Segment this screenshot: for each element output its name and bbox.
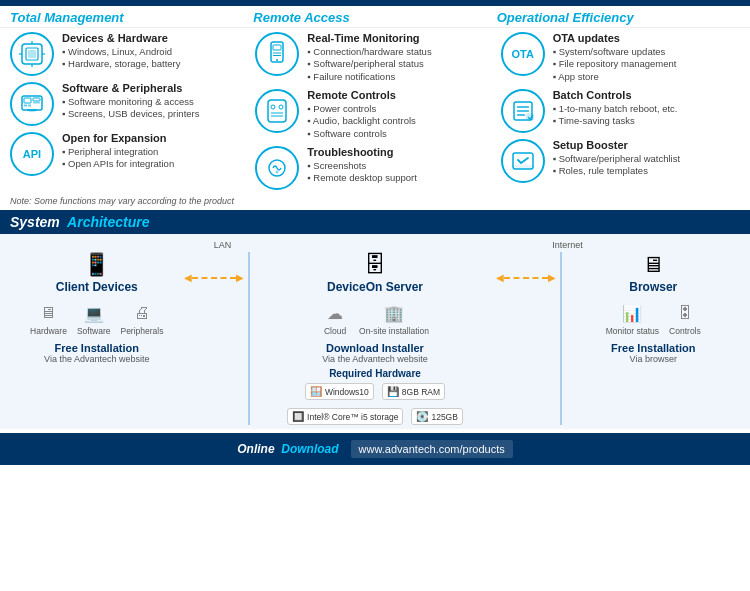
remote-controls-bullets: Power controls Audio, backlight controls… xyxy=(307,103,415,140)
feature-realtime-monitoring: Real-Time Monitoring Connection/hardware… xyxy=(255,32,494,83)
svg-rect-28 xyxy=(517,106,529,108)
download-label: Online Download xyxy=(237,442,338,456)
troubleshooting-title: Troubleshooting xyxy=(307,146,417,158)
batch-controls-text: Batch Controls 1-to-many batch reboot, e… xyxy=(553,89,678,128)
svg-point-22 xyxy=(279,105,283,109)
client-sub-icons: 🖥 Hardware 💻 Software 🖨 Peripherals xyxy=(30,302,163,336)
open-expansion-bullets: Peripheral integration Open APIs for int… xyxy=(62,146,174,171)
controls-icon: 🎛 xyxy=(671,302,699,324)
server-col: 🗄 DeviceOn Server ☁ Cloud 🏢 On-site inst… xyxy=(254,252,497,425)
arch-row: 📱 Client Devices 🖥 Hardware 💻 Software 🖨… xyxy=(10,252,740,425)
svg-point-19 xyxy=(276,59,278,61)
bullet: Remote desktop support xyxy=(307,172,417,184)
client-install-sub: Via the Advantech website xyxy=(44,354,149,364)
bullet: Connection/hardware status xyxy=(307,46,431,58)
client-devices-icon: 📱 xyxy=(83,252,110,278)
arrow-left-right-2: ◀ ▶ xyxy=(496,272,556,283)
software-peripherals-bullets: Software monitoring & access Screens, US… xyxy=(62,96,200,121)
svg-rect-11 xyxy=(33,98,40,101)
windows-icon: 🪟 xyxy=(310,386,322,397)
server-icon: 🗄 xyxy=(364,252,386,278)
bullet: Screens, USB devices, printers xyxy=(62,108,200,120)
download-label-colored: Download xyxy=(281,442,338,456)
software-peripherals-text: Software & Peripherals Software monitori… xyxy=(62,82,200,121)
onsite-sub-icon: 🏢 On-site installation xyxy=(359,302,429,336)
ram-label: 8GB RAM xyxy=(402,387,440,397)
peripherals-sub-icon: 🖨 Peripherals xyxy=(120,302,163,336)
bullet: System/software updates xyxy=(553,46,677,58)
browser-col: 🖥 Browser 📊 Monitor status 🎛 Controls Fr… xyxy=(566,252,740,364)
controls-sub-icon: 🎛 Controls xyxy=(669,302,701,336)
troubleshooting-icon xyxy=(255,146,299,190)
server-install-label: Download Installer xyxy=(326,342,424,354)
features-col-3: OTA OTA updates System/software updates … xyxy=(501,32,740,190)
bullet: Windows, Linux, Android xyxy=(62,46,181,58)
bullet: Screenshots xyxy=(307,160,417,172)
ota-updates-bullets: System/software updates File repository … xyxy=(553,46,677,83)
feature-setup-booster: Setup Booster Software/peripheral watchl… xyxy=(501,139,740,183)
troubleshooting-text: Troubleshooting Screenshots Remote deskt… xyxy=(307,146,417,185)
batch-controls-title: Batch Controls xyxy=(553,89,678,101)
client-devices-col: 📱 Client Devices 🖥 Hardware 💻 Software 🖨… xyxy=(10,252,184,364)
software-peripherals-title: Software & Peripherals xyxy=(62,82,200,94)
svg-rect-30 xyxy=(517,114,525,116)
browser-install-label: Free Installation xyxy=(611,342,695,354)
svg-rect-33 xyxy=(513,165,533,169)
bullet: App store xyxy=(553,71,677,83)
cpu-label: Intel® Core™ i5 storage xyxy=(307,412,398,422)
hw-cpu: 🔲 Intel® Core™ i5 storage xyxy=(287,408,403,425)
cloud-label: Cloud xyxy=(324,326,346,336)
svg-rect-10 xyxy=(28,105,31,107)
title-operational-efficiency: Operational Efficiency xyxy=(497,10,740,25)
ota-icon-text: OTA xyxy=(511,48,533,60)
remote-controls-title: Remote Controls xyxy=(307,89,415,101)
client-install-label: Free Installation xyxy=(55,342,139,354)
section-titles: Total Management Remote Access Operation… xyxy=(0,6,750,28)
server-sub-icons: ☁ Cloud 🏢 On-site installation xyxy=(321,302,429,336)
cloud-sub-icon: ☁ Cloud xyxy=(321,302,349,336)
troubleshooting-bullets: Screenshots Remote desktop support xyxy=(307,160,417,185)
setup-booster-bullets: Software/peripheral watchlist Roles, rul… xyxy=(553,153,680,178)
browser-sub-icons: 📊 Monitor status 🎛 Controls xyxy=(606,302,701,336)
arch-title-colored: Architecture xyxy=(67,214,149,230)
software-icon: 💻 xyxy=(80,302,108,324)
open-expansion-text: Open for Expansion Peripheral integratio… xyxy=(62,132,174,171)
arch-title-plain: System xyxy=(10,214,60,230)
software-label: Software xyxy=(77,326,111,336)
svg-rect-9 xyxy=(24,105,27,107)
architecture-title: System Architecture xyxy=(10,214,740,230)
feature-batch-controls: Batch Controls 1-to-many batch reboot, e… xyxy=(501,89,740,133)
setup-booster-icon xyxy=(501,139,545,183)
bullet: Open APIs for integration xyxy=(62,158,174,170)
server-install-sub: Via the Advantech website xyxy=(322,354,427,364)
hw-windows: 🪟 Windows10 xyxy=(305,383,374,400)
feature-troubleshooting: Troubleshooting Screenshots Remote deskt… xyxy=(255,146,494,190)
controls-label: Controls xyxy=(669,326,701,336)
open-expansion-icon: API xyxy=(10,132,54,176)
monitor-status-sub-icon: 📊 Monitor status xyxy=(606,302,659,336)
ram-icon: 💾 xyxy=(387,386,399,397)
realtime-monitoring-bullets: Connection/hardware status Software/peri… xyxy=(307,46,431,83)
devices-hardware-bullets: Windows, Linux, Android Hardware, storag… xyxy=(62,46,181,71)
svg-rect-12 xyxy=(33,102,40,104)
svg-point-21 xyxy=(271,105,275,109)
bullet: Software/peripheral watchlist xyxy=(553,153,680,165)
cpu-icon: 🔲 xyxy=(292,411,304,422)
bullet: File repository management xyxy=(553,58,677,70)
cloud-icon: ☁ xyxy=(321,302,349,324)
ota-updates-text: OTA updates System/software updates File… xyxy=(553,32,677,83)
hardware-icon: 🖥 xyxy=(34,302,62,324)
open-expansion-title: Open for Expansion xyxy=(62,132,174,144)
browser-icon: 🖥 xyxy=(642,252,664,278)
hw-ram: 💾 8GB RAM xyxy=(382,383,445,400)
svg-rect-2 xyxy=(28,50,36,58)
ota-updates-icon: OTA xyxy=(501,32,545,76)
required-hardware-label: Required Hardware xyxy=(329,368,421,379)
features-col-1: Devices & Hardware Windows, Linux, Andro… xyxy=(10,32,249,190)
hardware-label: Hardware xyxy=(30,326,67,336)
svg-rect-29 xyxy=(517,110,529,112)
download-label-plain: Online xyxy=(237,442,274,456)
download-url[interactable]: www.advantech.com/products xyxy=(351,440,513,458)
feature-ota-updates: OTA OTA updates System/software updates … xyxy=(501,32,740,83)
bullet: Hardware, storage, battery xyxy=(62,58,181,70)
